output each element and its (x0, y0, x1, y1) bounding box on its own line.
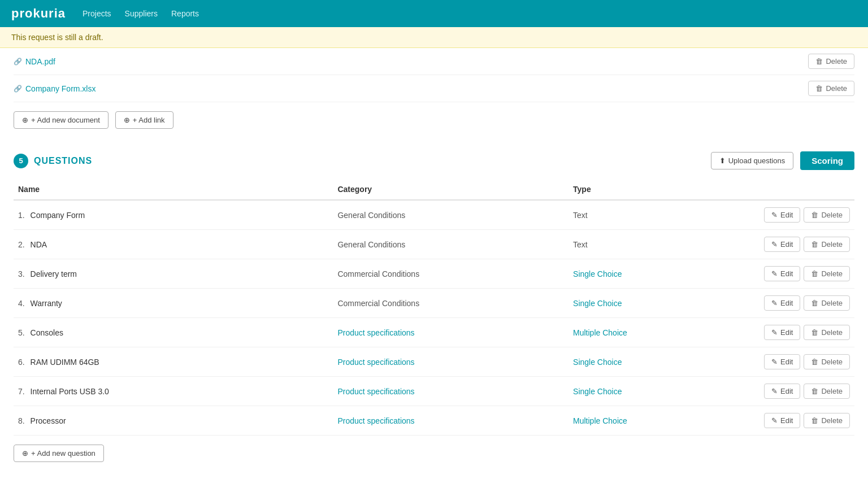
edit-row-button[interactable]: ✎ Edit (764, 207, 800, 223)
add-question-row: ⊕ + Add new question (14, 436, 854, 471)
scoring-button[interactable]: Scoring (800, 151, 854, 170)
navbar: prokuria Projects Suppliers Reports (0, 0, 868, 27)
draft-banner: This request is still a draft. (0, 27, 868, 48)
row-name: Delivery term (31, 269, 77, 278)
row-actions: ✎ Edit 🗑 Delete (741, 207, 850, 223)
edit-icon: ✎ (771, 387, 778, 395)
row-name: Consoles (31, 328, 63, 337)
trash-row-icon: 🗑 (811, 299, 818, 307)
add-new-document-button[interactable]: ⊕ + Add new document (14, 111, 108, 129)
questions-count-badge: 5 (14, 154, 28, 168)
row-category: General Conditions (333, 230, 568, 259)
delete-row-button[interactable]: 🗑 Delete (804, 237, 850, 252)
file-item-nda: NDA.pdf 🗑 Delete (14, 48, 854, 75)
trash-row-icon: 🗑 (811, 328, 818, 337)
edit-row-button[interactable]: ✎ Edit (764, 237, 800, 252)
edit-icon: ✎ (771, 240, 778, 249)
edit-icon: ✎ (771, 299, 778, 307)
edit-row-button[interactable]: ✎ Edit (764, 384, 800, 399)
main-content: NDA.pdf 🗑 Delete Company Form.xlsx 🗑 Del… (0, 48, 868, 471)
delete-nda-button[interactable]: 🗑 Delete (808, 54, 854, 69)
edit-icon: ✎ (771, 328, 778, 337)
row-actions: ✎ Edit 🗑 Delete (741, 413, 850, 428)
row-name: Processor (31, 416, 66, 425)
trash-row-icon: 🗑 (811, 269, 818, 278)
file-link-company-form[interactable]: Company Form.xlsx (14, 84, 96, 93)
row-name: Company Form (31, 211, 85, 220)
edit-icon: ✎ (771, 416, 778, 425)
row-name: NDA (31, 240, 47, 249)
col-header-type: Type (568, 179, 737, 200)
delete-row-button[interactable]: 🗑 Delete (804, 354, 850, 369)
edit-icon: ✎ (771, 211, 778, 219)
table-row: 6. RAM UDIMM 64GB Product specifications… (14, 347, 854, 377)
row-num: 2. (18, 240, 25, 249)
trash-row-icon: 🗑 (811, 240, 818, 249)
row-type: Multiple Choice (568, 318, 737, 347)
edit-icon: ✎ (771, 358, 778, 366)
row-category: Product specifications (333, 318, 568, 347)
table-row: 7. Internal Ports USB 3.0 Product specif… (14, 377, 854, 406)
row-category: Product specifications (333, 406, 568, 436)
row-num: 7. (18, 387, 25, 396)
edit-row-button[interactable]: ✎ Edit (764, 266, 800, 281)
plus-doc-icon: ⊕ (22, 116, 28, 124)
row-name: Warranty (31, 299, 62, 308)
questions-section: 5 QUESTIONS ⬆ Upload questions Scoring N… (14, 151, 854, 471)
row-type: Single Choice (568, 259, 737, 289)
row-num: 1. (18, 211, 25, 220)
table-row: 5. Consoles Product specifications Multi… (14, 318, 854, 347)
row-type: Text (568, 230, 737, 259)
row-name: Internal Ports USB 3.0 (31, 387, 109, 396)
questions-header: 5 QUESTIONS ⬆ Upload questions Scoring (14, 151, 854, 170)
edit-icon: ✎ (771, 269, 778, 278)
row-type: Single Choice (568, 377, 737, 406)
doc-actions: ⊕ + Add new document ⊕ + Add link (14, 102, 854, 142)
nav-projects[interactable]: Projects (83, 7, 111, 20)
nav-links: Projects Suppliers Reports (83, 7, 199, 20)
file-link-nda[interactable]: NDA.pdf (14, 57, 55, 66)
table-row: 8. Processor Product specifications Mult… (14, 406, 854, 436)
edit-row-button[interactable]: ✎ Edit (764, 325, 800, 340)
delete-row-button[interactable]: 🗑 Delete (804, 266, 850, 281)
row-num: 5. (18, 328, 25, 337)
row-category: General Conditions (333, 200, 568, 230)
trash-icon-2: 🗑 (815, 84, 823, 93)
plus-question-icon: ⊕ (22, 449, 28, 458)
add-new-question-button[interactable]: ⊕ + Add new question (14, 445, 104, 462)
trash-icon: 🗑 (815, 57, 823, 66)
questions-table: Name Category Type 1. Company Form Gener… (14, 179, 854, 436)
row-num: 4. (18, 299, 25, 308)
upload-questions-button[interactable]: ⬆ Upload questions (711, 152, 793, 169)
row-type: Single Choice (568, 347, 737, 377)
trash-row-icon: 🗑 (811, 416, 818, 425)
delete-company-form-button[interactable]: 🗑 Delete (808, 81, 854, 96)
logo: prokuria (11, 6, 66, 21)
col-header-actions (737, 179, 854, 200)
questions-header-actions: ⬆ Upload questions Scoring (711, 151, 854, 170)
delete-row-button[interactable]: 🗑 Delete (804, 384, 850, 399)
col-header-name: Name (14, 179, 333, 200)
row-actions: ✎ Edit 🗑 Delete (741, 384, 850, 399)
nav-reports[interactable]: Reports (171, 7, 199, 20)
delete-row-button[interactable]: 🗑 Delete (804, 325, 850, 340)
file-item-company-form: Company Form.xlsx 🗑 Delete (14, 75, 854, 102)
edit-row-button[interactable]: ✎ Edit (764, 354, 800, 369)
row-category: Commercial Conditions (333, 259, 568, 289)
row-name: RAM UDIMM 64GB (31, 358, 99, 367)
row-type: Single Choice (568, 289, 737, 318)
table-row: 2. NDA General Conditions Text ✎ Edit 🗑 … (14, 230, 854, 259)
row-category: Commercial Conditions (333, 289, 568, 318)
delete-row-button[interactable]: 🗑 Delete (804, 413, 850, 428)
delete-row-button[interactable]: 🗑 Delete (804, 207, 850, 223)
nav-suppliers[interactable]: Suppliers (125, 7, 158, 20)
row-num: 6. (18, 358, 25, 367)
edit-row-button[interactable]: ✎ Edit (764, 295, 800, 311)
questions-title-group: 5 QUESTIONS (14, 154, 92, 168)
table-row: 1. Company Form General Conditions Text … (14, 200, 854, 230)
edit-row-button[interactable]: ✎ Edit (764, 413, 800, 428)
row-actions: ✎ Edit 🗑 Delete (741, 266, 850, 281)
delete-row-button[interactable]: 🗑 Delete (804, 295, 850, 311)
row-type: Text (568, 200, 737, 230)
add-link-button[interactable]: ⊕ + Add link (115, 111, 173, 129)
